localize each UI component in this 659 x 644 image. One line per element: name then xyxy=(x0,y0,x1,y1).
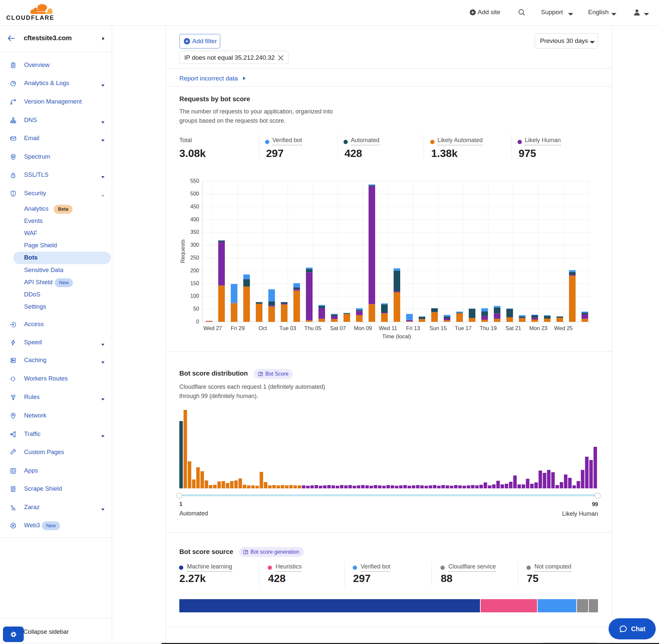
svg-text:Sat 21: Sat 21 xyxy=(505,325,521,331)
svg-text:100: 100 xyxy=(190,293,199,299)
svg-text:0: 0 xyxy=(196,319,199,324)
svg-text:Wed 25: Wed 25 xyxy=(554,325,573,331)
svg-text:Fri 29: Fri 29 xyxy=(231,325,244,331)
svg-text:Wed 27: Wed 27 xyxy=(204,325,222,331)
svg-text:500: 500 xyxy=(190,191,199,197)
svg-text:Thu 19: Thu 19 xyxy=(480,325,496,331)
svg-text:550: 550 xyxy=(190,178,199,184)
svg-text:150: 150 xyxy=(190,281,199,286)
svg-text:350: 350 xyxy=(190,229,199,235)
svg-text:Fri 13: Fri 13 xyxy=(406,325,420,331)
svg-text:Time (local): Time (local) xyxy=(382,334,411,340)
svg-text:Sun 15: Sun 15 xyxy=(429,325,447,331)
svg-text:Sat 07: Sat 07 xyxy=(330,325,346,331)
svg-text:50: 50 xyxy=(193,306,199,312)
svg-text:300: 300 xyxy=(190,242,199,248)
svg-text:Wed 11: Wed 11 xyxy=(379,325,397,331)
svg-text:Requests: Requests xyxy=(180,239,186,263)
svg-text:Tue 17: Tue 17 xyxy=(455,325,472,331)
svg-text:200: 200 xyxy=(190,268,199,273)
svg-text:Thu 05: Thu 05 xyxy=(304,325,321,331)
svg-text:400: 400 xyxy=(190,217,199,222)
svg-text:Oct: Oct xyxy=(258,325,267,331)
svg-text:250: 250 xyxy=(190,255,199,260)
svg-text:450: 450 xyxy=(190,204,199,209)
svg-text:Mon 23: Mon 23 xyxy=(529,325,547,331)
svg-text:Mon 09: Mon 09 xyxy=(354,325,372,331)
svg-text:Tue 03: Tue 03 xyxy=(280,325,297,331)
